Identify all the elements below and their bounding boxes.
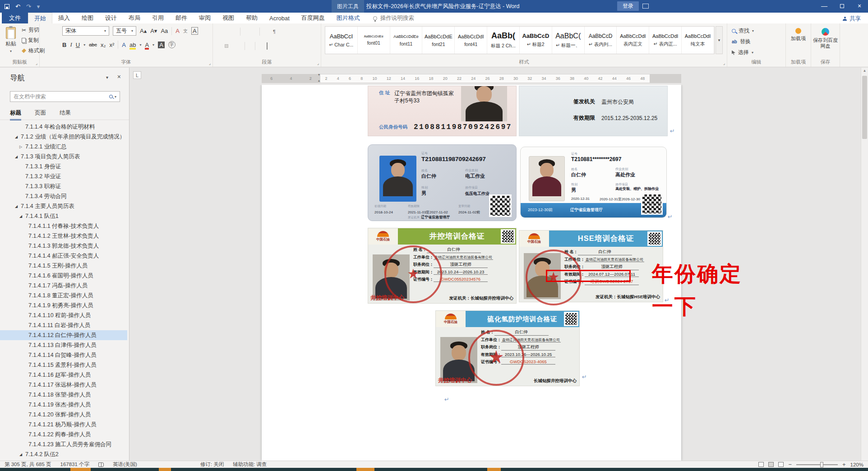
nav-outline-item[interactable]: 7.1.4.1.20 张辉-操作人员 — [0, 410, 127, 420]
indent-marker-top[interactable]: ▾ — [318, 73, 320, 76]
numbering-button[interactable] — [226, 30, 228, 33]
nav-outline-item[interactable]: ◢7.1.4 主要人员简历表 — [0, 201, 127, 211]
ribbon-tab-引用[interactable]: 引用 — [146, 13, 170, 23]
bullets-button[interactable] — [218, 30, 221, 33]
nav-outline-item[interactable]: 7.1.3.2 毕业证 — [0, 171, 127, 181]
accessibility-indicator[interactable]: 辅助功能: 调查 — [233, 461, 267, 468]
italic-button[interactable]: I — [70, 41, 72, 48]
style-item[interactable]: AaBbCcD↵ 标题2 — [520, 27, 552, 54]
nav-outline-item[interactable]: 7.1.4.1.3 郭龙德-技术负责人 — [0, 241, 127, 251]
zoom-in-button[interactable]: + — [842, 461, 846, 468]
nav-outline-item[interactable]: 7.1.4.1.15 孟景利-操作人员 — [0, 360, 127, 370]
font-color-button[interactable]: A — [145, 42, 149, 48]
increase-indent-button[interactable] — [252, 30, 255, 33]
nav-outline-item[interactable]: 7.1.4.1.18 张望-操作人员 — [0, 390, 127, 400]
change-case-button[interactable]: Aa — [161, 28, 168, 34]
zoom-level[interactable]: 120% — [850, 462, 863, 467]
subscript-button[interactable]: x₂ — [101, 42, 106, 48]
collapsed-arrow-icon[interactable]: ▷ — [19, 145, 25, 149]
style-item[interactable]: AaBbC(↵ 标题一、 — [552, 27, 585, 54]
superscript-button[interactable]: x² — [109, 42, 114, 48]
read-mode-button[interactable] — [758, 462, 764, 467]
grow-font-button[interactable]: A▴ — [140, 28, 147, 34]
find-button[interactable]: 查找▾ — [732, 27, 754, 35]
nav-outline-item[interactable]: 7.1.4.1.22 阎春-操作人员 — [0, 429, 127, 439]
nav-outline-item[interactable]: 7.1.4.1.14 白贺峰-操作人员 — [0, 350, 127, 360]
horizontal-ruler[interactable]: 642 246810121416182022242628303234363840… — [262, 74, 681, 83]
nav-outline-item[interactable]: 7.1.4.1.19 张杰-操作人员 — [0, 400, 127, 410]
zoom-out-button[interactable]: − — [788, 461, 792, 468]
nav-outline-item[interactable]: 7.1.4.1.9 初勇亮-操作人员 — [0, 300, 127, 310]
nav-outline-item[interactable]: 7.1.3.1 身份证 — [0, 162, 127, 171]
style-item[interactable]: AaBbCcI↵ Char C... — [325, 27, 358, 54]
well-control-training-certificate[interactable]: 中国石油 井控培训合格证 姓 名： — [368, 228, 517, 304]
styles-gallery-more-button[interactable]: ▾ — [716, 26, 723, 54]
show-paragraph-marks-button[interactable]: ¶ — [272, 27, 277, 36]
bold-button[interactable]: B — [62, 42, 66, 48]
ribbon-tab-插入[interactable]: 插入 — [52, 13, 76, 23]
ribbon-display-options-button[interactable] — [642, 4, 649, 9]
close-button[interactable]: × — [851, 0, 868, 13]
customize-qat-button[interactable]: ▾ — [37, 3, 40, 10]
character-shading-button[interactable]: A — [158, 42, 165, 48]
save-icon[interactable] — [5, 4, 9, 9]
ribbon-tab-帮助[interactable]: 帮助 — [240, 13, 263, 23]
font-size-select[interactable]: 五号▾ — [113, 26, 136, 36]
expanded-arrow-icon[interactable]: ◢ — [15, 135, 21, 139]
share-button[interactable]: 共享 — [839, 14, 864, 23]
strikethrough-button[interactable]: abc — [89, 42, 97, 47]
tab-stop-selector[interactable]: L — [133, 71, 141, 79]
paragraph-dialog-launcher[interactable]: ⌟ — [317, 61, 319, 65]
nav-tab-标题[interactable]: 标题 — [10, 109, 21, 120]
align-right-button[interactable] — [232, 45, 235, 47]
style-item[interactable]: AaBbCcD↵ 表内列... — [585, 27, 617, 54]
ribbon-tab-视图[interactable]: 视图 — [217, 13, 240, 23]
line-spacing-button[interactable] — [249, 45, 251, 47]
expanded-arrow-icon[interactable]: ◢ — [15, 204, 21, 208]
sort-button[interactable] — [264, 30, 267, 33]
navigation-pane-close-icon[interactable]: × — [117, 73, 121, 80]
phonetic-guide-button[interactable]: 文 — [183, 28, 188, 34]
nav-outline-item[interactable]: 7.1.4.1.13 白津伟-操作人员 — [0, 340, 127, 350]
shrink-font-button[interactable]: A▾ — [150, 28, 157, 34]
ribbon-tab-Acrobat[interactable]: Acrobat — [263, 13, 295, 23]
style-item[interactable]: AaBbCcDdEfont21 — [422, 27, 455, 54]
style-item[interactable]: AaBbCcDdEefont01 — [358, 27, 390, 54]
print-layout-button[interactable] — [768, 462, 774, 467]
multilevel-list-button[interactable] — [233, 30, 235, 33]
save-to-baidu-button[interactable]: 保存到百度网盘 — [811, 23, 840, 49]
nav-outline-item[interactable]: 7.1.4.1.11 白岩-操作人员 — [0, 320, 127, 330]
navigation-pane-collapse-icon[interactable]: ▾ — [106, 75, 108, 80]
underline-button[interactable]: U — [76, 42, 80, 48]
replace-button[interactable]: ab替换 — [732, 38, 754, 46]
nav-outline-item[interactable]: 7.1.4.1.4 郝正强-安全负责人 — [0, 251, 127, 261]
electrician-certificate-card[interactable]: 证号 T210881198709242697 姓名白仁仲 作业类别电工作业 性别… — [368, 144, 517, 221]
id-card-images[interactable]: 住 址 辽宁省盖州市团甸镇孤家子村5号33 公民身份号码 21088119870… — [368, 86, 668, 136]
ribbon-tab-开始[interactable]: 开始 — [28, 13, 52, 23]
vertical-scrollbar[interactable]: ▲ — [861, 68, 868, 461]
scroll-up-arrow[interactable]: ▲ — [861, 69, 868, 73]
select-button[interactable]: 选择▾ — [732, 49, 754, 56]
track-changes-indicator[interactable]: 修订: 关闭 — [200, 461, 224, 468]
nav-outline-item[interactable]: ◢7.1.4.1 队伍1 — [0, 211, 127, 221]
clear-formatting-button[interactable]: A — [175, 28, 180, 34]
nav-outline-item[interactable]: 7.1.3.3 职称证 — [0, 181, 127, 191]
nav-outline-item[interactable]: 7.1.4.1.1 付春禄-技术负责人 — [0, 221, 127, 231]
align-center-button[interactable] — [225, 44, 228, 48]
nav-outline-item[interactable]: 7.1.3.4 劳动合同 — [0, 191, 127, 201]
nav-outline-item[interactable]: ◢7.1.4.2 队伍2 — [0, 449, 127, 459]
justify-button[interactable] — [238, 45, 241, 47]
expanded-arrow-icon[interactable]: ◢ — [15, 155, 21, 159]
redo-button[interactable]: ↷ — [26, 3, 31, 10]
ribbon-tab-审阅[interactable]: 审阅 — [193, 13, 217, 23]
ribbon-tab-邮件[interactable]: 邮件 — [170, 13, 193, 23]
addins-button[interactable]: 加载项 — [786, 23, 811, 42]
hse-training-certificate[interactable]: 中国石油 HSE培训合格证 姓 名 — [519, 230, 663, 302]
maximize-button[interactable] — [833, 0, 850, 13]
style-item[interactable]: AaBbCcDdIfont41 — [455, 27, 487, 54]
zoom-slider-thumb[interactable] — [820, 462, 823, 467]
indent-marker-bottom[interactable]: ▴ — [318, 79, 320, 82]
ribbon-tab-绘图[interactable]: 绘图 — [76, 13, 99, 23]
tell-me-search[interactable]: 操作说明搜索 — [373, 13, 414, 23]
style-item[interactable]: AaBbCcDdI↵ 表内正... — [649, 27, 682, 54]
